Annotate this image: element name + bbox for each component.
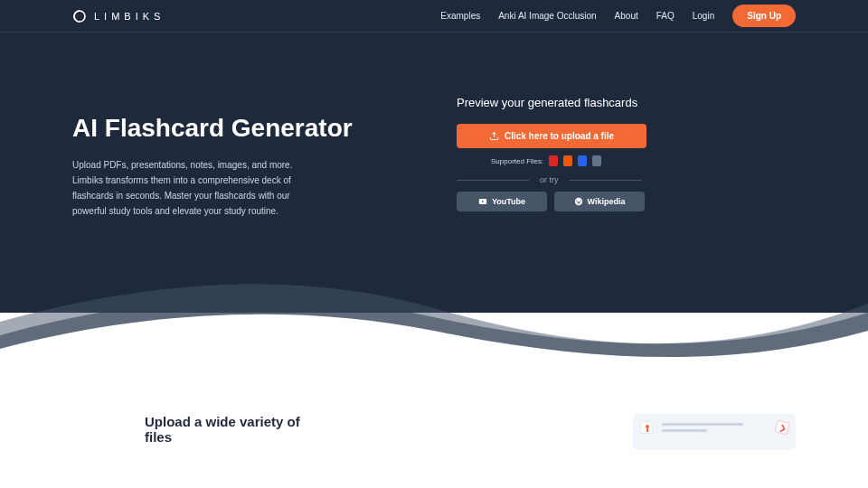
upload-label: Click here to upload a file [505,131,614,141]
wikipedia-button[interactable]: Wikipedia [554,192,645,211]
mini-doc-icon [640,421,653,434]
img-icon [592,155,601,166]
nav-faq[interactable]: FAQ [656,11,675,21]
ppt-icon [563,155,572,166]
nav-occlusion[interactable]: Anki AI Image Occlusion [498,11,596,21]
feature-illustration [633,414,796,450]
upload-icon [489,131,499,141]
nav-about[interactable]: About [615,11,638,21]
youtube-label: YouTube [492,197,525,206]
preview-title: Preview your generated flashcards [457,96,796,109]
nav: Examples Anki AI Image Occlusion About F… [440,5,796,27]
section2-subtitle: Upload a wide variety of files [145,414,326,445]
logo-text: LIMBIKS [94,11,165,22]
pdf-icon [549,155,558,166]
logo[interactable]: LIMBIKS [72,9,165,23]
section2-left: Upload a wide variety of files [145,414,597,445]
nav-login[interactable]: Login [693,11,714,21]
youtube-icon [478,197,487,206]
svg-point-5 [646,425,649,428]
mini-card-icon [774,419,789,435]
alt-buttons: YouTube Wikipedia [457,192,796,211]
doc-icon [578,155,587,166]
signup-button[interactable]: Sign Up [732,5,796,27]
nav-examples[interactable]: Examples [440,11,480,21]
supported-label: Supported Files: [491,157,543,165]
or-try-divider: or try [457,175,796,184]
upload-button[interactable]: Click here to upload a file [457,124,646,148]
wikipedia-label: Wikipedia [588,197,626,206]
svg-rect-6 [646,428,648,432]
logo-icon [72,9,87,23]
hero-description: Upload PDFs, presentations, notes, image… [72,157,326,219]
header: LIMBIKS Examples Anki AI Image Occlusion… [0,0,868,33]
youtube-button[interactable]: YouTube [457,192,547,211]
supported-files: Supported Files: [457,155,796,166]
wikipedia-icon [574,197,583,206]
wave-divider [0,267,868,358]
mini-lines [662,423,752,436]
hero-title: AI Flashcard Generator [72,114,411,143]
section2-content: Upload a wide variety of files [72,414,796,450]
